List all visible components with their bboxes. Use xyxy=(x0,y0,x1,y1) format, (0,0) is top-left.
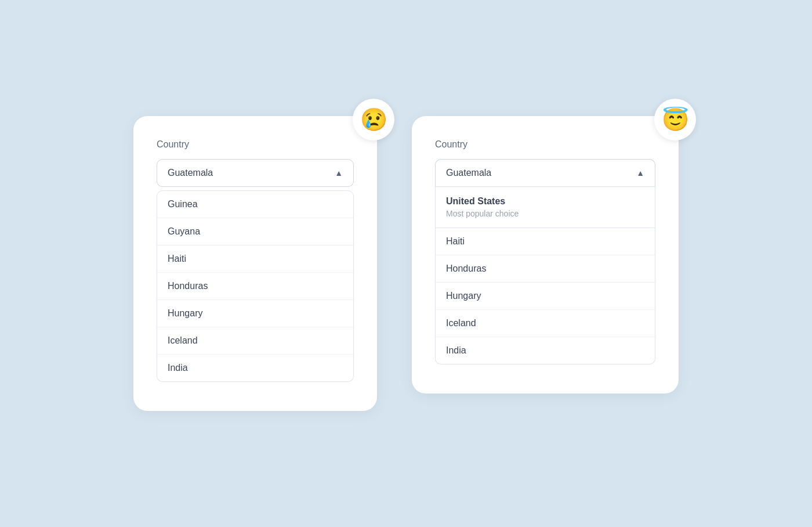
list-item[interactable]: Haiti xyxy=(436,228,655,255)
left-selected-value: Guatemala xyxy=(168,168,213,178)
right-country-label: Country xyxy=(435,139,655,150)
list-item[interactable]: Iceland xyxy=(436,310,655,337)
list-item[interactable]: India xyxy=(436,337,655,364)
list-item[interactable]: Honduras xyxy=(436,255,655,283)
list-item[interactable]: Hungary xyxy=(436,283,655,310)
left-country-label: Country xyxy=(157,139,354,150)
featured-subtitle: Most popular choice xyxy=(446,209,644,218)
right-selected-value: Guatemala xyxy=(446,168,491,178)
right-select-header[interactable]: Guatemala ▲ xyxy=(435,159,655,187)
left-select-header[interactable]: Guatemala ▲ xyxy=(157,159,354,187)
list-item[interactable]: Honduras xyxy=(157,273,353,300)
page-container: 😢 Country Guatemala ▲ Guinea Guyana Hait… xyxy=(133,116,679,411)
crying-face-icon: 😢 xyxy=(360,107,387,132)
left-card: 😢 Country Guatemala ▲ Guinea Guyana Hait… xyxy=(133,116,377,411)
right-emoji-badge: 😇 xyxy=(654,99,696,140)
chevron-up-icon: ▲ xyxy=(335,168,343,178)
right-dropdown-list: United States Most popular choice Haiti … xyxy=(435,187,655,364)
featured-item[interactable]: United States Most popular choice xyxy=(436,187,655,228)
list-item[interactable]: Guinea xyxy=(157,191,353,218)
chevron-up-icon: ▲ xyxy=(636,168,644,178)
list-item[interactable]: Hungary xyxy=(157,300,353,327)
list-item[interactable]: Haiti xyxy=(157,246,353,273)
angel-face-icon: 😇 xyxy=(662,107,689,132)
left-dropdown-list: Guinea Guyana Haiti Honduras Hungary Ice… xyxy=(157,190,354,382)
list-item[interactable]: Iceland xyxy=(157,327,353,355)
left-emoji-badge: 😢 xyxy=(353,99,394,140)
list-item[interactable]: Guyana xyxy=(157,218,353,246)
right-card: 😇 Country Guatemala ▲ United States Most… xyxy=(412,116,679,394)
list-item[interactable]: India xyxy=(157,355,353,381)
featured-title: United States xyxy=(446,196,644,207)
